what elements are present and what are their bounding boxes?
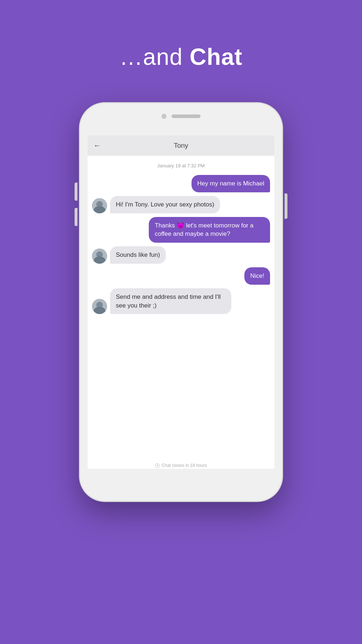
back-button[interactable]: ← [93, 141, 101, 150]
headline-bold: Chat [190, 44, 243, 70]
message-row: Nice! [92, 267, 270, 285]
message-bubble: Send me and address and time and I'll se… [110, 288, 231, 314]
message-row: Send me and address and time and I'll se… [92, 288, 270, 314]
messages-area: January 19 at 7:32 PM Hey my name is Mic… [88, 156, 274, 461]
message-row: Thanks 😈 let's meet tomorrow for a coffe… [92, 217, 270, 243]
clock-icon [155, 463, 160, 468]
message-row: Sounds like fun) [92, 246, 270, 264]
power-button [285, 193, 287, 219]
footer-info-text: Chat closes in 18 hours [161, 463, 207, 468]
avatar [92, 299, 107, 314]
volume-down-button [75, 208, 77, 226]
message-row: Hi! I'm Tony. Love your sexy photos) [92, 196, 270, 213]
phone-screen: ← Tony January 19 at 7:32 PM Hey my name… [88, 135, 274, 469]
headline-prefix: …and [119, 44, 190, 70]
message-bubble: Thanks 😈 let's meet tomorrow for a coffe… [149, 217, 270, 243]
message-bubble: Nice! [244, 267, 270, 285]
avatar [92, 198, 107, 213]
front-camera [161, 114, 167, 119]
phone-mockup: ← Tony January 19 at 7:32 PM Hey my name… [80, 103, 282, 501]
chat-contact-name: Tony [174, 142, 188, 150]
chat-footer-info: Chat closes in 18 hours [88, 461, 274, 469]
message-row: Hey my name is Michael [92, 175, 270, 192]
message-bubble: Hey my name is Michael [191, 175, 270, 192]
message-timestamp: January 19 at 7:32 PM [92, 163, 270, 168]
chat-header: ← Tony [88, 135, 274, 156]
phone-frame: ← Tony January 19 at 7:32 PM Hey my name… [80, 103, 282, 501]
avatar [92, 248, 107, 264]
phone-speaker [172, 114, 201, 118]
phone-top-area [161, 114, 201, 119]
page-headline: …and Chat [119, 43, 243, 70]
volume-up-button [75, 183, 77, 201]
message-bubble: Hi! I'm Tony. Love your sexy photos) [110, 196, 220, 213]
message-bubble: Sounds like fun) [110, 246, 166, 264]
